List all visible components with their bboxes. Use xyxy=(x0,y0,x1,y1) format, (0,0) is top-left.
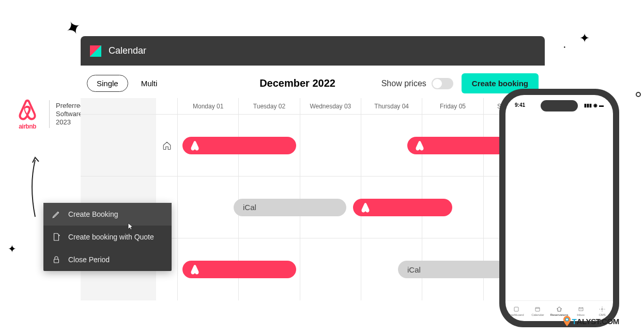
property-name xyxy=(81,115,156,176)
context-menu: Create Booking Create booking with Quote… xyxy=(43,203,172,271)
app-title: Calendar xyxy=(109,45,146,56)
watermark-logo: TALYST.COM xyxy=(561,315,619,327)
property-home-icon xyxy=(156,115,178,176)
lock-icon xyxy=(52,255,61,264)
nav-dashboard[interactable]: Dashboard xyxy=(505,301,527,321)
phone-status-icons: ▮▮▮ ◉ ▬ xyxy=(584,102,604,108)
arrow-decoration xyxy=(25,155,45,222)
show-prices-label: Show prices xyxy=(381,79,426,88)
property-header-cell xyxy=(81,98,156,114)
airbnb-logo: airbnb xyxy=(12,98,43,130)
divider xyxy=(49,100,50,128)
phone-mockup: 9:41 ▮▮▮ ◉ ▬ Dashboard Calendar Reservat… xyxy=(499,89,619,327)
month-label: December 2022 xyxy=(213,77,335,89)
booking-bar-airbnb[interactable] xyxy=(182,261,296,278)
calendar-cell[interactable] xyxy=(178,177,239,238)
booking-bar-airbnb[interactable] xyxy=(353,199,452,216)
document-plus-icon xyxy=(52,232,61,242)
svg-point-3 xyxy=(602,308,603,310)
day-header: Thursday 04 xyxy=(361,98,422,114)
sparkle-decoration: ✦ xyxy=(579,31,590,45)
day-header: Friday 05 xyxy=(422,98,483,114)
day-header: Tuesday 02 xyxy=(239,98,300,114)
pencil-icon xyxy=(52,210,61,219)
svg-rect-0 xyxy=(54,259,59,263)
view-single-button[interactable]: Single xyxy=(87,75,128,92)
calendar-cell[interactable] xyxy=(300,238,361,300)
view-toggle-group: Single Multi xyxy=(87,75,167,92)
nav-calendar[interactable]: Calendar xyxy=(527,301,549,321)
ctx-create-booking-quote[interactable]: Create booking with Quote xyxy=(43,226,172,248)
booking-bar-ical[interactable]: iCal xyxy=(234,199,346,216)
calendar-header-row: Monday 01 Tuesday 02 Wednesday 03 Thursd… xyxy=(81,98,545,115)
day-header: Wednesday 03 xyxy=(300,98,361,114)
day-header: Monday 01 xyxy=(178,98,239,114)
battery-icon: ▬ xyxy=(599,103,604,108)
phone-notch xyxy=(541,100,578,111)
ctx-create-booking[interactable]: Create Booking xyxy=(43,203,172,226)
cursor-pointer-icon xyxy=(126,222,135,231)
svg-rect-2 xyxy=(535,307,540,311)
icon-header-cell xyxy=(156,98,178,114)
app-logo-icon xyxy=(90,45,101,57)
booking-bar-airbnb[interactable] xyxy=(182,137,296,154)
svg-point-5 xyxy=(566,318,568,321)
calendar-toolbar: Single Multi December 2022 Show prices C… xyxy=(81,72,545,95)
signal-icon: ▮▮▮ xyxy=(584,103,592,108)
wifi-icon: ◉ xyxy=(593,103,597,108)
pin-icon xyxy=(561,315,573,327)
view-multi-button[interactable]: Multi xyxy=(131,75,167,92)
phone-screen: 9:41 ▮▮▮ ◉ ▬ Dashboard Calendar Reservat… xyxy=(505,95,613,321)
property-row[interactable] xyxy=(81,115,545,177)
show-prices-control: Show prices xyxy=(381,78,453,89)
sparkle-decoration: ✦ xyxy=(8,243,17,255)
svg-rect-1 xyxy=(514,307,518,311)
phone-time: 9:41 xyxy=(515,102,525,108)
app-header: Calendar xyxy=(81,36,545,66)
ctx-close-period[interactable]: Close Period xyxy=(43,248,172,271)
circle-decoration xyxy=(636,92,641,97)
airbnb-wordmark: airbnb xyxy=(12,123,43,130)
dot-decoration: ● xyxy=(563,45,565,49)
calendar-cell[interactable] xyxy=(300,115,361,176)
show-prices-toggle[interactable] xyxy=(432,78,453,89)
